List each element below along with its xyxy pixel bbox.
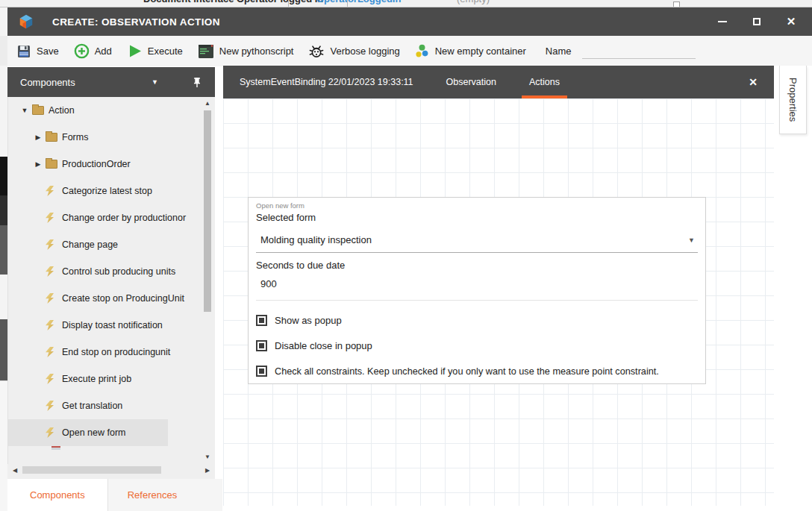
- selected-form-value: Molding quality inspection: [260, 234, 688, 245]
- terminal-window-icon: [198, 44, 214, 59]
- selected-form-dropdown[interactable]: Molding quality inspection ▼: [256, 228, 698, 253]
- name-input[interactable]: [582, 44, 696, 59]
- green-plus-circle-icon: [74, 43, 90, 59]
- background-window-left-strip: [0, 7, 7, 511]
- components-panel-title: Components: [20, 77, 152, 88]
- tab-observation[interactable]: Observation: [430, 66, 513, 98]
- scroll-up-icon[interactable]: ▲: [202, 98, 213, 109]
- name-label: Name: [546, 46, 572, 57]
- verbose-logging-button[interactable]: Verbose logging: [302, 40, 408, 63]
- new-pythonscript-button[interactable]: New pythonscript: [192, 40, 303, 63]
- tab-properties[interactable]: Properties: [779, 66, 807, 134]
- tab-close-icon[interactable]: ✕: [732, 76, 774, 88]
- checkbox-label: Check all constraints. Keep unchecked if…: [275, 366, 659, 377]
- scroll-left-icon[interactable]: ◀: [9, 467, 21, 474]
- tree-item-execute-print-job[interactable]: Execute print job: [8, 366, 215, 392]
- tree-item-control-sub-producing-units[interactable]: Control sub producing units: [8, 258, 215, 285]
- tree-item-action[interactable]: ▼ Action: [8, 97, 215, 124]
- disable-close-in-popup-checkbox-row[interactable]: Disable close in popup: [256, 340, 698, 351]
- collapse-arrow-icon[interactable]: ▶: [31, 160, 46, 168]
- folder-icon: [46, 160, 57, 169]
- checkbox-filled-icon[interactable]: [256, 315, 267, 326]
- scroll-right-icon[interactable]: ▶: [202, 467, 213, 474]
- checkbox-label: Disable close in popup: [275, 340, 372, 351]
- action-bolt-icon: [46, 427, 54, 438]
- chevron-down-icon[interactable]: ▼: [688, 236, 695, 244]
- tree-item-get-translation[interactable]: Get translation: [8, 392, 215, 419]
- toolbar: Save Add Execute New: [7, 36, 812, 66]
- add-button[interactable]: Add: [68, 40, 121, 63]
- show-as-popup-checkbox-row[interactable]: Show as popup: [256, 315, 698, 326]
- action-bolt-icon: [46, 401, 54, 411]
- tree-item-label: Control sub producing units: [62, 266, 175, 277]
- chevron-down-icon[interactable]: ▼: [152, 78, 158, 86]
- tree-item-label: Action: [49, 105, 75, 116]
- green-play-icon: [127, 43, 143, 59]
- checkbox-label: Show as popup: [275, 315, 342, 326]
- tree-item-productionorder[interactable]: ▶ ProductionOrder: [8, 151, 215, 178]
- tab-components[interactable]: Components: [7, 479, 108, 511]
- tree-item-label: Create stop on ProducingUnit: [62, 293, 184, 304]
- app-logo-icon: [18, 13, 34, 30]
- bottom-tab-strip: Components References: [7, 479, 222, 511]
- window-title: CREATE: OBSERVATION ACTION: [52, 16, 220, 28]
- title-bar[interactable]: CREATE: OBSERVATION ACTION ✕: [7, 7, 812, 36]
- components-panel: Components ▼ ▼ Action ▶ Forms: [7, 67, 215, 485]
- collapse-arrow-icon[interactable]: ▶: [31, 134, 46, 141]
- seconds-value: 900: [260, 278, 277, 289]
- checkbox-filled-icon[interactable]: [256, 366, 267, 377]
- tree-item-change-page[interactable]: Change page: [8, 231, 215, 258]
- create-observation-action-window: CREATE: OBSERVATION ACTION ✕ Save: [7, 7, 812, 511]
- checkbox-filled-icon[interactable]: [256, 340, 267, 351]
- background-link-fragment: OperatorLoggedIn: [316, 0, 401, 4]
- execute-label: Execute: [148, 46, 183, 57]
- background-window-top-strip: Document interface Operator logged in Op…: [0, 0, 812, 7]
- new-empty-container-button[interactable]: New empty container: [409, 40, 535, 63]
- seconds-to-due-date-input[interactable]: 900: [256, 278, 698, 301]
- scrollbar-thumb[interactable]: [22, 466, 161, 474]
- clipped-tree-item-icon: [51, 446, 60, 450]
- tree-item-label: ProductionOrder: [62, 159, 131, 169]
- tab-references[interactable]: References: [108, 479, 196, 511]
- save-button[interactable]: Save: [10, 40, 68, 63]
- components-panel-header[interactable]: Components ▼: [7, 67, 215, 97]
- tree-item-label: Display toast notification: [62, 320, 163, 330]
- tree-item-label: Open new form: [62, 427, 125, 438]
- tree-item-label: Forms: [62, 132, 88, 142]
- action-bolt-icon: [46, 374, 54, 384]
- design-surface-grid[interactable]: Open new form Selected form Molding qual…: [223, 98, 774, 506]
- tree-vertical-scrollbar[interactable]: ▲ ▼: [202, 98, 213, 463]
- expand-arrow-icon[interactable]: ▼: [17, 107, 32, 114]
- action-bolt-icon: [46, 239, 54, 250]
- tree-item-forms[interactable]: ▶ Forms: [8, 124, 215, 151]
- open-new-form-panel: Open new form Selected form Molding qual…: [248, 197, 706, 384]
- tree-item-change-order[interactable]: Change order by productionor: [8, 204, 215, 231]
- components-tree: ▼ Action ▶ Forms ▶ ProductionOrder Categ…: [7, 97, 215, 464]
- action-bolt-icon: [46, 293, 54, 304]
- minimize-button[interactable]: [708, 10, 737, 33]
- tree-item-open-new-form[interactable]: Open new form: [8, 419, 168, 446]
- tab-systemeventbinding[interactable]: SystemEventBinding 22/01/2023 19:33:11: [223, 66, 430, 98]
- background-checkbox-fragment: [673, 1, 680, 7]
- tree-horizontal-scrollbar[interactable]: ◀ ▶: [9, 464, 213, 476]
- tree-item-categorize-latest-stop[interactable]: Categorize latest stop: [8, 178, 215, 204]
- pin-icon[interactable]: [193, 77, 202, 88]
- scroll-down-icon[interactable]: ▼: [202, 452, 213, 463]
- maximize-button[interactable]: [742, 10, 772, 33]
- scrollbar-thumb[interactable]: [204, 110, 211, 312]
- selected-form-label: Selected form: [256, 212, 698, 223]
- bug-icon: [308, 43, 325, 60]
- tree-item-end-stop[interactable]: End stop on producingunit: [8, 339, 215, 366]
- tree-item-label: Execute print job: [62, 374, 131, 384]
- tree-item-label: End stop on producingunit: [62, 347, 170, 357]
- verbose-logging-label: Verbose logging: [330, 46, 399, 57]
- check-all-constraints-checkbox-row[interactable]: Check all constraints. Keep unchecked if…: [256, 366, 698, 377]
- tab-actions[interactable]: Actions: [513, 66, 576, 98]
- action-bolt-icon: [46, 266, 54, 277]
- close-button[interactable]: ✕: [776, 10, 806, 33]
- execute-button[interactable]: Execute: [121, 40, 192, 63]
- add-label: Add: [95, 46, 112, 57]
- panel-caption: Open new form: [256, 201, 698, 210]
- tree-item-display-toast-notification[interactable]: Display toast notification: [8, 312, 215, 339]
- tree-item-create-stop[interactable]: Create stop on ProducingUnit: [8, 285, 215, 312]
